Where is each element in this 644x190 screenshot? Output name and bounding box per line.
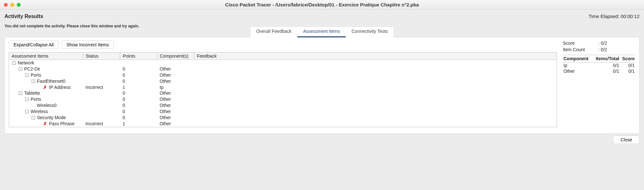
tree-item-status: Incorrect <box>83 84 120 90</box>
window-controls <box>4 3 21 7</box>
tree-item-status <box>83 96 120 102</box>
tree-item-label: Ports <box>31 72 41 78</box>
component-score: 0/1 <box>620 62 635 69</box>
tree-item-status: Incorrect <box>83 121 120 127</box>
assessment-panel: Expand/Collapse All Show Incorrect Items… <box>5 37 639 134</box>
tree-row[interactable]: ✗Pass PhraseIncorrect1Other <box>9 121 557 127</box>
incorrect-icon: ✗ <box>43 121 47 127</box>
comp-col-score: Score <box>620 55 635 62</box>
titlebar: Cisco Packet Tracer - /Users/fabrice/Des… <box>0 0 644 10</box>
tree-item-points: 0 <box>120 96 157 102</box>
tree-item-points: 0 <box>120 115 157 121</box>
time-elapsed-value: 00:00:12 <box>621 14 639 19</box>
tree-item-component <box>157 60 194 66</box>
tree-item-label: Wireless0 <box>37 102 56 109</box>
incorrect-icon: ✗ <box>43 84 47 90</box>
score-value: : 0/2 <box>598 41 607 46</box>
show-incorrect-button[interactable]: Show Incorrect Items <box>62 41 114 49</box>
tree-item-status <box>83 115 120 121</box>
tree-row[interactable]: ✗IP AddressIncorrect1Ip <box>9 84 557 90</box>
tree-item-component: Other <box>157 66 194 72</box>
col-header-items[interactable]: Assessment Items <box>9 52 83 60</box>
tree-item-status <box>83 90 120 96</box>
component-row: Ip0/10/1 <box>563 62 635 69</box>
twisty-icon[interactable]: - <box>19 67 22 71</box>
tree-row[interactable]: -Security Mode0Other <box>9 115 557 121</box>
tree-item-status <box>83 60 120 66</box>
tree-item-feedback <box>194 90 557 96</box>
zoom-window-icon[interactable] <box>17 3 21 7</box>
twisty-icon[interactable]: - <box>25 73 29 77</box>
time-elapsed: Time Elapsed: 00:00:12 <box>589 14 639 19</box>
item-count-label: Item Count <box>563 47 598 52</box>
window-title: Cisco Packet Tracer - /Users/fabrice/Des… <box>0 2 644 7</box>
assessment-tree-table: Assessment Items Status Points Component… <box>9 52 557 127</box>
col-header-feedback[interactable]: Feedback <box>194 52 557 60</box>
tree-item-component: Other <box>157 90 194 96</box>
tree-item-status <box>83 102 120 109</box>
tab-assessment-items[interactable]: Assessment Items <box>297 27 346 37</box>
component-items: 0/1 <box>592 62 620 69</box>
tree-row[interactable]: -Wireless0Other <box>9 109 557 115</box>
close-window-icon[interactable] <box>4 3 8 7</box>
col-header-components[interactable]: Component(s) <box>157 52 194 60</box>
tree-item-feedback <box>194 109 557 115</box>
close-button[interactable]: Close <box>613 136 639 144</box>
component-items: 0/1 <box>592 68 620 74</box>
component-row: Other0/10/1 <box>563 68 635 74</box>
tree-row[interactable]: Wireless00Other <box>9 102 557 109</box>
minimize-window-icon[interactable] <box>10 3 14 7</box>
tree-item-component: Ip <box>157 84 194 90</box>
component-name: Other <box>563 68 592 74</box>
tree-row[interactable]: -Ports0Other <box>9 96 557 102</box>
tree-row[interactable]: -Ports0Other <box>9 72 557 78</box>
tree-item-component: Other <box>157 115 194 121</box>
twisty-icon[interactable]: - <box>32 80 35 83</box>
tree-item-feedback <box>194 121 557 127</box>
tree-item-component: Other <box>157 109 194 115</box>
component-score: 0/1 <box>620 68 635 74</box>
tree-item-label: FastEthernet0 <box>37 78 65 84</box>
expand-collapse-button[interactable]: Expand/Collapse All <box>9 41 59 49</box>
leaf-connector-icon <box>38 122 42 126</box>
twisty-icon[interactable]: - <box>25 98 29 101</box>
tree-item-component: Other <box>157 121 194 127</box>
tree-item-feedback <box>194 66 557 72</box>
tree-item-points: 0 <box>120 90 157 96</box>
col-header-points[interactable]: Points <box>120 52 157 60</box>
tree-item-component: Other <box>157 102 194 109</box>
tree-row[interactable]: -FastEthernet00Other <box>9 78 557 84</box>
twisty-icon[interactable]: - <box>32 116 35 119</box>
tabbar: Overall Feedback Assessment Items Connec… <box>250 26 394 37</box>
twisty-icon[interactable]: - <box>19 91 22 95</box>
tree-item-label: IP Address <box>49 84 71 90</box>
twisty-icon[interactable]: - <box>12 61 16 65</box>
tree-item-points <box>120 60 157 66</box>
component-name: Ip <box>563 62 592 69</box>
tree-row[interactable]: -Tablette0Other <box>9 90 557 96</box>
leaf-connector-icon <box>38 85 42 89</box>
tree-item-points: 1 <box>120 121 157 127</box>
tree-item-component: Other <box>157 96 194 102</box>
tree-item-status <box>83 78 120 84</box>
tree-row[interactable]: -Network <box>9 60 557 66</box>
tab-connectivity-tests[interactable]: Connectivity Tests <box>346 27 394 37</box>
tree-item-feedback <box>194 78 557 84</box>
tree-item-label: Tablette <box>24 90 40 96</box>
tree-item-points: 0 <box>120 78 157 84</box>
score-pane: Score : 0/2 Item Count : 0/2 Component I… <box>563 41 635 129</box>
tree-row[interactable]: -PC2-Dir0Other <box>9 66 557 72</box>
tree-item-label: Network <box>18 60 34 66</box>
tree-item-label: Ports <box>31 96 41 102</box>
tab-overall-feedback[interactable]: Overall Feedback <box>250 27 297 37</box>
tree-item-feedback <box>194 72 557 78</box>
tree-item-points: 0 <box>120 72 157 78</box>
col-header-status[interactable]: Status <box>83 52 120 60</box>
tree-item-points: 1 <box>120 84 157 90</box>
tree-item-feedback <box>194 84 557 90</box>
tree-item-label: Pass Phrase <box>49 121 74 127</box>
tree-item-status <box>83 72 120 78</box>
twisty-icon[interactable]: - <box>25 110 29 113</box>
item-count-value: : 0/2 <box>598 47 607 52</box>
component-table: Component Items/Total Score Ip0/10/1Othe… <box>563 55 635 74</box>
